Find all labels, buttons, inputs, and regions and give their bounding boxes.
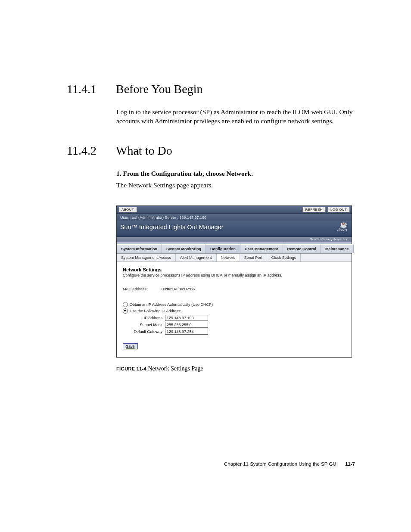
radio-static-label: Use the Following IP Address: [130,309,181,313]
subnet-row: Subnet Mask [131,322,346,328]
section-heading-2: 11.4.2 What to Do [67,143,355,158]
ip-address-row: IP Address [131,315,346,321]
embedded-screenshot: ABOUT REFRESH LOG OUT User: root (Admini… [116,205,352,358]
footer-page: 11-7 [345,461,355,467]
radio-dhcp-label: Obtain an IP Address Automatically (Use … [130,302,213,307]
mac-label: MAC Address [123,287,162,291]
about-button[interactable]: ABOUT [118,207,137,212]
footer-chapter: Chapter 11 System Configuration Using th… [224,461,338,467]
gw-label: Default Gateway [131,330,165,334]
refresh-button[interactable]: REFRESH [302,207,326,212]
mac-row: MAC Address 00:03:BA:84:D7:B6 [123,287,346,291]
radio-dhcp[interactable] [123,302,128,307]
radio-static-row[interactable]: Use the Following IP Address: [123,308,346,314]
radio-static[interactable] [123,308,128,314]
subtab-network[interactable]: Network [217,254,240,261]
step-1: 1. From the Configuration tab, choose Ne… [116,169,355,190]
figure-caption: FIGURE 11-4 Network Settings Page [116,365,355,372]
subtab-clock[interactable]: Clock Settings [267,254,301,261]
attribution-bar: Sun™ Microsystems, Inc. [117,237,352,242]
save-button[interactable]: Save [123,343,138,349]
section-number: 11.4.1 [67,82,100,96]
paragraph: Log in to the service processor (SP) as … [116,108,355,126]
mask-input[interactable] [165,322,208,328]
logout-button[interactable]: LOG OUT [327,207,350,212]
ip-input[interactable] [165,315,208,321]
tab-remote-control[interactable]: Remote Control [283,244,321,253]
java-logo: ☕ Java [337,222,348,232]
ip-label: IP Address [131,316,165,320]
panel-title: Network Settings [123,267,346,272]
tab-system-information[interactable]: System Information [117,244,162,253]
subtab-sma[interactable]: System Management Access [117,254,176,261]
section-title: Before You Begin [116,82,202,96]
tab-maintenance[interactable]: Maintenance [321,244,354,253]
top-bar: ABOUT REFRESH LOG OUT [117,206,352,214]
figure-label: FIGURE 11-4 [116,366,146,371]
figure-text: Network Settings Page [146,365,203,372]
coffee-icon: ☕ [340,222,347,227]
mac-value: 00:03:BA:84:D7:B6 [162,287,195,291]
panel-subtitle: Configure the service processor's IP add… [123,273,346,277]
subtab-alert[interactable]: Alert Management [176,254,217,261]
user-server-line: User: root (Administrator) Server : 129.… [117,214,352,221]
section-title: What to Do [116,143,172,158]
gateway-row: Default Gateway [131,329,346,335]
tab-system-monitoring[interactable]: System Monitoring [162,244,206,253]
page-footer: Chapter 11 System Configuration Using th… [224,461,355,467]
primary-tabs: System Information System Monitoring Con… [117,244,352,254]
step-instruction: 1. From the Configuration tab, choose Ne… [116,169,355,178]
title-bar: Sun™ Integrated Lights Out Manager ☕ Jav… [117,221,352,237]
java-label: Java [337,227,347,232]
section-number: 11.4.2 [67,143,100,158]
content-panel: Network Settings Configure the service p… [117,262,352,357]
gw-input[interactable] [165,329,208,335]
subtab-serial[interactable]: Serial Port [240,254,267,261]
secondary-tabs: System Management Access Alert Managemen… [117,254,352,262]
section-heading-1: 11.4.1 Before You Begin [67,82,355,96]
tab-configuration[interactable]: Configuration [206,244,240,253]
app-title: Sun™ Integrated Lights Out Manager [120,224,224,230]
mask-label: Subnet Mask [131,323,165,327]
radio-dhcp-row[interactable]: Obtain an IP Address Automatically (Use … [123,302,346,307]
tab-user-management[interactable]: User Management [240,244,283,253]
step-result: The Network Settings page appears. [116,181,355,190]
